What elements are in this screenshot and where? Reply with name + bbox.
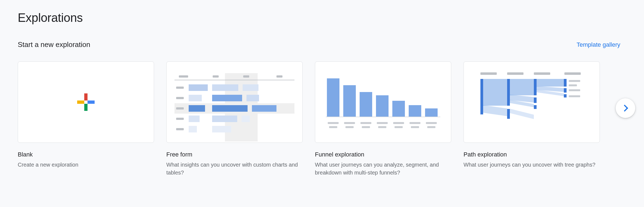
card-blank-title: Blank bbox=[18, 151, 154, 158]
card-blank-preview bbox=[18, 61, 154, 143]
card-freeform-desc: What insights can you uncover with custo… bbox=[166, 161, 303, 177]
card-funnel-preview bbox=[315, 61, 451, 143]
card-blank-desc: Create a new exploration bbox=[18, 161, 154, 169]
card-funnel-desc: What user journeys can you analyze, segm… bbox=[315, 161, 451, 177]
card-path-preview bbox=[464, 61, 600, 143]
card-path-title: Path exploration bbox=[464, 151, 600, 158]
next-templates-button[interactable] bbox=[616, 98, 635, 118]
template-gallery-link[interactable]: Template gallery bbox=[577, 41, 620, 48]
card-freeform[interactable]: Free form What insights can you uncover … bbox=[166, 61, 303, 177]
card-path[interactable]: Path exploration What user journeys can … bbox=[464, 61, 600, 177]
card-blank[interactable]: Blank Create a new exploration bbox=[18, 61, 154, 177]
start-new-exploration-label: Start a new exploration bbox=[18, 40, 90, 49]
card-path-desc: What user journeys can you uncover with … bbox=[464, 161, 600, 169]
card-funnel[interactable]: Funnel exploration What user journeys ca… bbox=[315, 61, 451, 177]
chevron-right-icon bbox=[621, 105, 628, 111]
page-title: Explorations bbox=[18, 11, 626, 25]
card-freeform-title: Free form bbox=[166, 151, 303, 158]
card-funnel-title: Funnel exploration bbox=[315, 151, 451, 158]
template-cards-row: Blank Create a new exploration bbox=[18, 61, 626, 177]
subhead-row: Start a new exploration Template gallery bbox=[18, 40, 626, 49]
plus-icon bbox=[77, 93, 95, 111]
card-freeform-preview bbox=[166, 61, 303, 143]
